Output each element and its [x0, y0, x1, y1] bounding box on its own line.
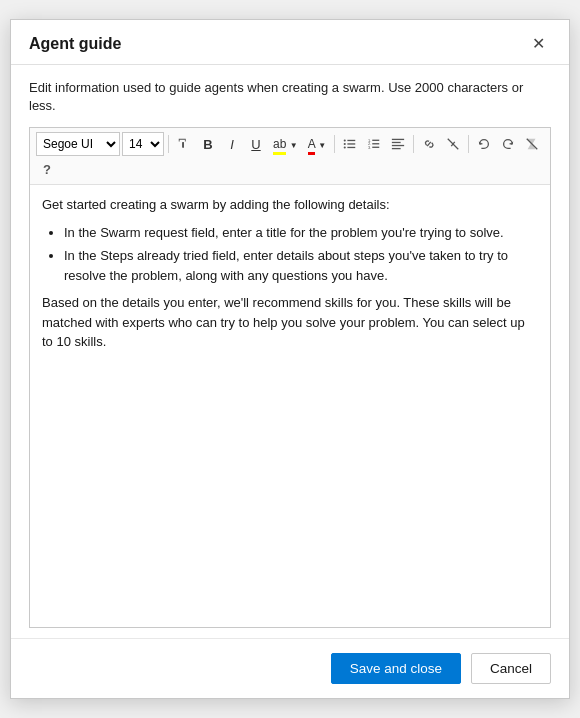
save-and-close-button[interactable]: Save and close [331, 653, 461, 684]
dialog-header: Agent guide ✕ [11, 20, 569, 65]
svg-rect-16 [392, 148, 401, 149]
format-painter-button[interactable] [173, 133, 195, 155]
description-text: Edit information used to guide agents wh… [29, 79, 551, 115]
link-button[interactable] [418, 133, 440, 155]
svg-rect-8 [372, 140, 379, 141]
help-button[interactable]: ? [36, 158, 58, 180]
editor-bullets: In the Swarm request field, enter a titl… [64, 223, 538, 286]
align-icon [391, 137, 405, 151]
numbered-list-button[interactable]: 1. 2. 3. [363, 133, 385, 155]
svg-rect-0 [182, 143, 184, 148]
clear-format-icon [525, 137, 539, 151]
undo-button[interactable] [473, 133, 495, 155]
dialog-footer: Save and close Cancel [11, 638, 569, 698]
font-family-select[interactable]: Segoe UI Arial Times New Roman Calibri [36, 132, 120, 156]
svg-text:3.: 3. [368, 145, 371, 150]
redo-button[interactable] [497, 133, 519, 155]
clear-format-button[interactable] [521, 133, 543, 155]
svg-rect-6 [348, 147, 356, 148]
editor-toolbar: Segoe UI Arial Times New Roman Calibri 8… [30, 128, 550, 185]
svg-point-5 [344, 147, 346, 149]
toolbar-sep-3 [413, 135, 414, 153]
svg-rect-4 [348, 144, 356, 145]
bullet-list-button[interactable] [339, 133, 361, 155]
align-button[interactable] [387, 133, 409, 155]
svg-rect-2 [348, 140, 356, 141]
agent-guide-dialog: Agent guide ✕ Edit information used to g… [10, 19, 570, 699]
link-icon [422, 137, 436, 151]
svg-rect-12 [372, 147, 379, 148]
cancel-button[interactable]: Cancel [471, 653, 551, 684]
font-size-select[interactable]: 891011 12141618 2024 [122, 132, 164, 156]
dialog-body: Edit information used to guide agents wh… [11, 65, 569, 638]
undo-icon [477, 137, 491, 151]
toolbar-sep-2 [334, 135, 335, 153]
unlink-button[interactable] [442, 133, 464, 155]
toolbar-sep-4 [468, 135, 469, 153]
svg-rect-14 [392, 142, 401, 143]
editor-intro: Get started creating a swarm by adding t… [42, 195, 538, 215]
editor-content[interactable]: Get started creating a swarm by adding t… [30, 185, 550, 627]
svg-rect-13 [392, 139, 404, 140]
svg-rect-10 [372, 144, 379, 145]
close-button[interactable]: ✕ [526, 34, 551, 54]
redo-icon [501, 137, 515, 151]
svg-point-1 [344, 140, 346, 142]
highlight-button[interactable]: ab ▼ [269, 133, 302, 155]
italic-button[interactable]: I [221, 133, 243, 155]
editor-container: Segoe UI Arial Times New Roman Calibri 8… [29, 127, 551, 628]
bold-button[interactable]: B [197, 133, 219, 155]
dialog-title: Agent guide [29, 35, 121, 53]
format-painter-icon [177, 137, 191, 151]
unlink-icon [446, 137, 460, 151]
bullet-2: In the Steps already tried field, enter … [64, 246, 538, 285]
svg-line-17 [448, 139, 459, 150]
svg-point-3 [344, 143, 346, 145]
bullet-list-icon [343, 137, 357, 151]
editor-paragraph: Based on the details you enter, we'll re… [42, 293, 538, 352]
svg-rect-15 [392, 145, 404, 146]
bullet-1: In the Swarm request field, enter a titl… [64, 223, 538, 243]
underline-button[interactable]: U [245, 133, 267, 155]
numbered-list-icon: 1. 2. 3. [367, 137, 381, 151]
font-color-button[interactable]: A ▼ [304, 133, 331, 155]
toolbar-sep-1 [168, 135, 169, 153]
